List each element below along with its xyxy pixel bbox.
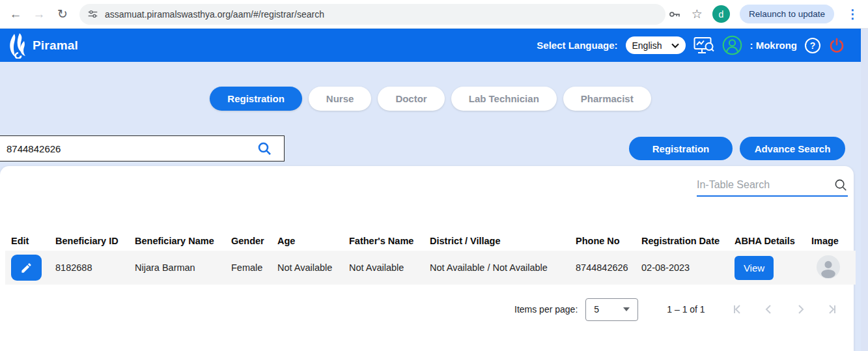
col-registration-date: Registration Date <box>636 231 729 251</box>
tab-lab-technician[interactable]: Lab Technician <box>451 87 557 111</box>
beneficiary-search-box <box>0 135 285 161</box>
address-bar[interactable]: assamuat.piramalswasthya.org/aam/#/regis… <box>79 4 665 25</box>
screen-search-icon[interactable] <box>693 36 714 55</box>
beneficiary-search-input[interactable] <box>0 143 257 154</box>
table-header-row: Edit Beneficiary ID Beneficiary Name Gen… <box>5 231 856 251</box>
items-per-page-value: 5 <box>594 304 599 315</box>
previous-page-icon[interactable] <box>761 302 777 317</box>
tab-registration[interactable]: Registration <box>210 87 302 111</box>
logout-power-icon[interactable] <box>828 37 845 54</box>
cell-beneficiary-name: Nijara Barman <box>129 251 225 285</box>
last-page-icon[interactable] <box>824 302 839 317</box>
user-avatar-icon <box>722 35 742 55</box>
language-select[interactable]: English <box>626 36 686 54</box>
col-phone-no: Phone No <box>570 231 636 251</box>
items-per-page-select[interactable]: 5 <box>585 298 638 321</box>
edit-button[interactable] <box>11 255 42 281</box>
col-beneficiary-name: Beneficiary Name <box>129 231 225 251</box>
col-age: Age <box>272 231 343 251</box>
vertical-scrollbar[interactable] <box>861 29 868 351</box>
col-gender: Gender <box>225 231 272 251</box>
role-tabs: Registration Nurse Doctor Lab Technician… <box>0 87 861 111</box>
col-beneficiary-id: Beneficiary ID <box>49 231 129 251</box>
cell-gender: Female <box>225 251 272 285</box>
col-abha-details: ABHA Details <box>729 231 805 251</box>
app-header: Piramal Select Language: English : Mokro… <box>0 29 861 62</box>
url-text: assamuat.piramalswasthya.org/aam/#/regis… <box>105 9 324 20</box>
col-edit: Edit <box>5 231 49 251</box>
bookmark-star-icon[interactable]: ☆ <box>692 7 703 21</box>
results-card: Edit Beneficiary ID Beneficiary Name Gen… <box>0 166 854 351</box>
cell-registration-date: 02-08-2023 <box>636 251 729 285</box>
header-actions: Select Language: English : Mokrong ? <box>537 35 861 55</box>
cell-phone-no: 8744842626 <box>570 251 636 285</box>
browser-toolbar: ← → ↻ assamuat.piramalswasthya.org/aam/#… <box>0 0 868 29</box>
cell-age: Not Available <box>272 251 343 285</box>
help-icon[interactable]: ? <box>805 38 820 53</box>
piramal-logo-icon <box>5 33 29 59</box>
cell-district-village: Not Available / Not Available <box>424 251 570 285</box>
pencil-icon <box>20 262 33 274</box>
language-label: Select Language: <box>537 40 617 51</box>
page-range-label: 1 – 1 of 1 <box>667 304 705 315</box>
reload-icon[interactable]: ↻ <box>51 7 74 21</box>
cell-beneficiary-id: 8182688 <box>49 251 129 285</box>
chevron-down-icon <box>671 43 679 48</box>
in-table-search-input[interactable] <box>697 179 833 191</box>
advance-search-button[interactable]: Advance Search <box>740 137 845 160</box>
forward-icon[interactable]: → <box>27 7 51 21</box>
browser-menu-icon[interactable]: ⋮ <box>844 7 861 21</box>
language-value: English <box>632 40 662 51</box>
in-table-search-box <box>697 174 848 197</box>
results-table: Edit Beneficiary ID Beneficiary Name Gen… <box>5 231 856 285</box>
col-district-village: District / Village <box>424 231 570 251</box>
brand: Piramal <box>5 33 78 59</box>
first-page-icon[interactable] <box>730 302 746 317</box>
in-table-search-icon[interactable] <box>833 178 848 192</box>
abha-view-button[interactable]: View <box>735 256 774 280</box>
dropdown-caret-icon <box>623 307 630 311</box>
pager-controls <box>730 302 839 317</box>
tab-doctor[interactable]: Doctor <box>378 87 444 111</box>
username: : Mokrong <box>750 40 798 51</box>
tab-nurse[interactable]: Nurse <box>309 87 372 111</box>
cell-fathers-name: Not Available <box>343 251 424 285</box>
col-image: Image <box>805 231 856 251</box>
browser-profile-avatar[interactable]: d <box>712 5 730 23</box>
relaunch-to-update-button[interactable]: Relaunch to update <box>740 5 834 23</box>
table-row: 8182688 Nijara Barman Female Not Availab… <box>5 251 856 285</box>
search-icon[interactable] <box>257 141 284 156</box>
site-settings-icon[interactable] <box>87 8 98 20</box>
tab-pharmacist[interactable]: Pharmacist <box>563 87 651 111</box>
registration-button[interactable]: Registration <box>629 137 733 160</box>
brand-name: Piramal <box>33 38 78 53</box>
browser-actions: ☆ d Relaunch to update ⋮ <box>667 5 868 23</box>
beneficiary-photo-avatar <box>817 255 840 279</box>
col-fathers-name: Father's Name <box>343 231 424 251</box>
password-key-icon[interactable] <box>667 7 682 21</box>
next-page-icon[interactable] <box>792 302 808 317</box>
back-icon[interactable]: ← <box>4 7 27 21</box>
paginator: Items per page: 5 1 – 1 of 1 <box>514 295 839 324</box>
items-per-page-label: Items per page: <box>514 304 578 315</box>
